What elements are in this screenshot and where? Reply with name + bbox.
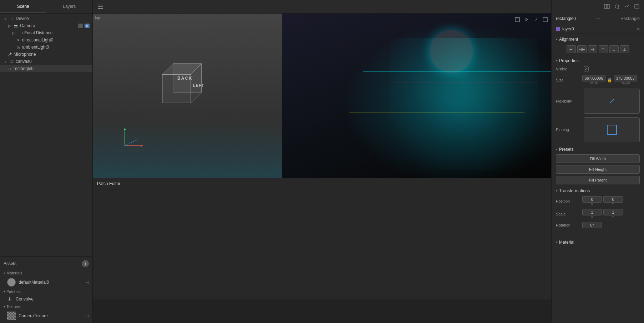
texture-swatch-icon <box>7 312 16 320</box>
pinning-control[interactable] <box>584 117 640 142</box>
materials-arrow-icon: ▾ <box>4 272 5 275</box>
tree-item-focal[interactable]: ▷ ⟶ Focal Distance <box>0 29 92 36</box>
svg-rect-0 <box>98 5 103 5</box>
scale-y-input[interactable] <box>603 209 623 215</box>
toolbar-icon2[interactable] <box>613 2 621 11</box>
patch-item-convolve[interactable]: Convolve <box>0 295 92 303</box>
svg-text:BACK: BACK <box>177 76 193 81</box>
tree-item-camera[interactable]: ▷ 📷 Camera F B <box>0 22 92 29</box>
size-width-input[interactable] <box>582 75 605 81</box>
tree-item-dirlight[interactable]: ✳ directionalLight0 <box>0 36 92 44</box>
svg-rect-18 <box>607 4 609 9</box>
visible-checkbox[interactable] <box>584 66 589 71</box>
properties-arrow-icon: ▾ <box>556 59 558 63</box>
tree-item-amblight[interactable]: ◎ ambientLight0 <box>0 44 92 51</box>
object-type: Rectangle <box>620 16 640 21</box>
connector-lines <box>93 189 551 299</box>
add-asset-button[interactable]: + <box>82 260 89 267</box>
tree-item-rect[interactable]: □ rectangle0 <box>0 65 92 72</box>
svg-line-20 <box>618 8 619 9</box>
alignment-arrow-icon: ▾ <box>556 38 558 41</box>
size-height-input[interactable] <box>614 75 637 81</box>
patches-section-header[interactable]: ▾ Patches <box>0 288 92 295</box>
patches-arrow-icon: ▾ <box>4 290 5 293</box>
layer-name: layer0 <box>562 26 637 31</box>
svg-point-19 <box>615 5 619 8</box>
texture-item-camera[interactable]: CameraTexture ⊣ <box>0 310 92 322</box>
materials-section-header[interactable]: ▾ Materials <box>0 269 92 277</box>
position-x-input[interactable] <box>582 196 602 203</box>
transformations-arrow-icon: ▾ <box>556 189 558 193</box>
camera-icon: 📷 <box>14 23 19 28</box>
fill-height-button[interactable]: Fill Height <box>556 165 640 174</box>
layer-badge-icon <box>556 27 560 31</box>
preview-tool-1[interactable] <box>513 16 521 24</box>
material-item-default[interactable]: defaultMaterial0 ⊣ <box>0 277 92 288</box>
position-x-label: X <box>582 203 602 206</box>
scale-label: Scale <box>556 212 581 216</box>
toolbar-icon1[interactable] <box>603 2 611 11</box>
tab-bar: Scene Layers <box>0 0 92 14</box>
size-lock-icon[interactable]: 🔒 <box>607 78 612 83</box>
focal-expand-icon: ▷ <box>11 30 16 35</box>
size-row: Size Width 🔒 Height <box>552 73 644 87</box>
middle-toolbar <box>93 0 551 14</box>
viewport-preview[interactable]: ⟳ ↗ <box>282 14 551 178</box>
focal-icon: ⟶ <box>18 30 23 35</box>
amblight-icon: ◎ <box>16 45 21 50</box>
camera-badge-f: F <box>78 24 83 28</box>
svg-line-11 <box>125 139 139 146</box>
fill-parent-button[interactable]: Fill Parent <box>556 176 640 184</box>
fill-width-button[interactable]: Fill Width <box>556 154 640 163</box>
svg-text:LEFT: LEFT <box>193 83 204 88</box>
tree-item-canvas[interactable]: ▷ ☑ canvas0 <box>0 58 92 65</box>
size-label: Size <box>556 78 581 82</box>
right-panel: rectangle0 — Rectangle layer0 ⇅ ▾ Alignm… <box>551 0 644 323</box>
align-top-icon[interactable]: ⊤ <box>599 45 608 53</box>
position-label: Position <box>556 199 581 203</box>
preview-tool-2[interactable]: ⟳ <box>523 16 531 24</box>
align-center-v-icon[interactable]: ⊥ <box>609 45 619 53</box>
position-y-input[interactable] <box>603 196 623 203</box>
tab-layers[interactable]: Layers <box>46 0 93 13</box>
size-width-label: Width <box>590 81 598 85</box>
toolbar-icon4[interactable] <box>633 2 641 11</box>
visible-label: Visible <box>556 67 581 71</box>
layer-expand-icon[interactable]: ⇅ <box>637 27 640 31</box>
align-center-h-icon[interactable]: ⊣⊢ <box>577 45 587 53</box>
preview-tool-4[interactable] <box>541 16 549 24</box>
presets-section-title: ▾ Presets <box>552 144 644 153</box>
properties-section-title: ▾ Properties <box>552 55 644 65</box>
dirlight-icon: ✳ <box>16 38 21 43</box>
flexibility-control[interactable]: ⤢ <box>584 89 640 114</box>
toolbar-icon3[interactable] <box>623 2 631 11</box>
menu-icon[interactable] <box>96 2 106 12</box>
rotation-label: Rotation <box>556 223 581 227</box>
viewport-3d[interactable]: top BACK LEFT <box>93 14 282 178</box>
rotation-input[interactable] <box>582 222 602 228</box>
material-link-icon: ⊣ <box>85 280 89 285</box>
svg-rect-21 <box>635 5 639 8</box>
mic-icon: 🎤 <box>7 52 12 57</box>
tree-item-device[interactable]: ▷ □ Device <box>0 15 92 22</box>
align-bottom-icon[interactable]: ⊥ <box>620 45 629 53</box>
layer-selector[interactable]: layer0 ⇅ <box>552 24 644 34</box>
textures-section-header[interactable]: ▾ Textures <box>0 303 92 310</box>
flexibility-label: Flexibility <box>556 99 581 103</box>
tab-scene[interactable]: Scene <box>0 0 46 13</box>
align-left-icon[interactable]: ⊢ <box>567 45 576 53</box>
canvas-icon: ☑ <box>9 59 14 64</box>
texture-link-icon: ⊣ <box>85 314 89 318</box>
svg-marker-13 <box>124 128 126 130</box>
preview-tool-3[interactable]: ↗ <box>532 16 540 24</box>
pinning-row: Pinning <box>552 115 644 144</box>
viewport-area: top BACK LEFT <box>93 14 551 178</box>
patch-canvas[interactable]: Convolve ⟳ Texture 0 Output <box>93 189 551 299</box>
position-y-label: Y <box>603 203 623 206</box>
spacer <box>552 230 644 237</box>
align-right-icon[interactable]: ⊣ <box>588 45 597 53</box>
tree-item-mic[interactable]: 🎤 Microphone <box>0 51 92 58</box>
transformations-section-title: ▾ Transformations <box>552 185 644 195</box>
scale-x-input[interactable] <box>582 209 602 215</box>
rotation-row: Rotation <box>552 220 644 230</box>
